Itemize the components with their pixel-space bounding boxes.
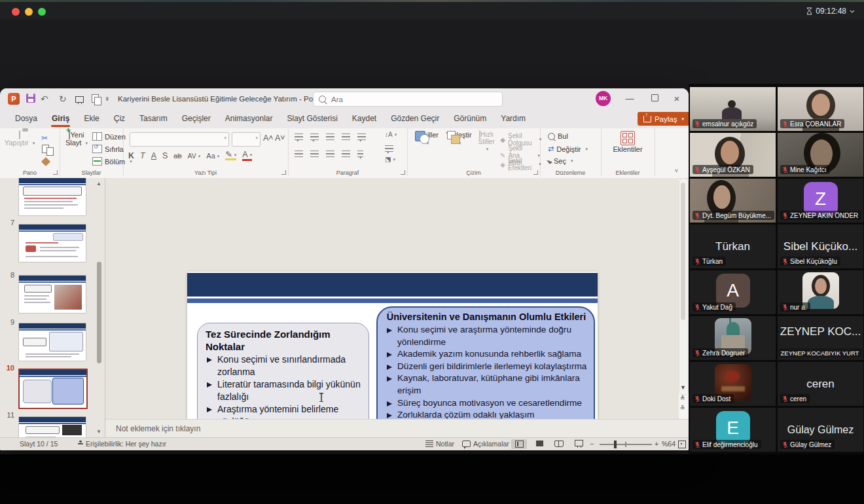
align-right-icon[interactable]	[326, 151, 334, 157]
grow-font-button[interactable]: A˄	[263, 134, 274, 143]
thumbnail-slide-11[interactable]	[18, 416, 86, 437]
maximize-traffic-light[interactable]	[38, 8, 46, 16]
shrink-font-button[interactable]: A˅	[275, 134, 285, 143]
participant-tile-zeynep-akin-onder[interactable]: Z ZEYNEP AKIN ÖNDER	[778, 179, 863, 223]
drawing-dialog-launcher[interactable]	[533, 170, 538, 175]
slide-sorter-view-button[interactable]	[531, 439, 547, 449]
strikethrough-button[interactable]: ab	[173, 152, 181, 160]
next-slide-icon[interactable]: ≚	[680, 405, 685, 411]
zoom-level[interactable]: %64	[662, 440, 675, 448]
slides-icon[interactable]	[92, 94, 99, 103]
underline-button[interactable]: A	[151, 151, 156, 160]
addins-button[interactable]: Eklentiler	[609, 131, 647, 153]
quick-styles-button[interactable]: Hızlı Stiller	[475, 131, 497, 153]
character-spacing-button[interactable]: AV	[188, 152, 201, 160]
cut-icon[interactable]	[41, 132, 48, 143]
shapes-button[interactable]: Şekiller	[412, 131, 441, 147]
reset-button[interactable]: Sıfırla	[92, 145, 124, 153]
close-traffic-light[interactable]	[12, 8, 20, 16]
clipboard-dialog-launcher[interactable]	[53, 170, 58, 175]
tab-gorunum[interactable]: Görünüm	[446, 109, 494, 128]
minimize-traffic-light[interactable]	[25, 8, 33, 16]
italic-button[interactable]: T	[140, 151, 145, 160]
thumbnail-slide-6[interactable]	[18, 178, 86, 216]
fit-to-window-icon[interactable]	[678, 441, 686, 448]
align-left-icon[interactable]	[295, 151, 303, 157]
comments-toggle[interactable]: Açıklamalar	[462, 440, 509, 448]
notes-pane[interactable]: Not eklemek için tıklayın	[105, 419, 689, 438]
slideshow-view-button[interactable]	[571, 439, 586, 449]
tab-kaydet[interactable]: Kaydet	[345, 109, 384, 128]
participant-tile-gulay[interactable]: Gülay Gülmez Gülay Gülmez	[778, 408, 863, 452]
previous-slide-icon[interactable]: ≜	[680, 395, 685, 401]
thumbnail-slide-7[interactable]	[18, 224, 86, 262]
participant-tile-begum[interactable]: Dyt. Begüm Büyükme...	[690, 179, 776, 223]
undo-icon[interactable]: ↶	[41, 88, 48, 109]
justify-icon[interactable]	[342, 151, 350, 157]
font-dialog-launcher[interactable]	[281, 170, 286, 175]
tab-giris[interactable]: Giriş	[45, 109, 77, 128]
paste-button[interactable]: Yapıştır	[4, 131, 35, 147]
participant-tile-aysegul[interactable]: Ayşegül ÖZKAN	[690, 133, 776, 177]
save-icon[interactable]	[26, 94, 35, 103]
collapse-ribbon-icon[interactable]: ˅	[675, 168, 678, 174]
replace-button[interactable]: Değiştir	[548, 145, 588, 153]
zoom-in-button[interactable]: +	[655, 440, 658, 448]
thumbnails-scroll-up-icon[interactable]: ▲	[96, 181, 101, 187]
tab-slayt-gosterisi[interactable]: Slayt Gösterisi	[279, 109, 344, 128]
align-text-icon[interactable]	[385, 145, 393, 152]
thumbnail-slide-8[interactable]	[18, 275, 86, 314]
participant-tile-sibel[interactable]: Sibel Küçüko... Sibel Küçükoğlu	[778, 225, 863, 268]
columns-icon[interactable]	[357, 151, 363, 157]
bullets-icon[interactable]	[295, 134, 303, 140]
tab-dosya[interactable]: Dosya	[8, 109, 45, 128]
format-painter-icon[interactable]	[41, 157, 50, 166]
quick-access-customize-icon[interactable]: ⇟	[105, 88, 110, 109]
notes-toggle[interactable]: Notlar	[425, 440, 454, 448]
tab-yardim[interactable]: Yardım	[494, 109, 533, 128]
scroll-down-icon[interactable]: ▼	[680, 384, 686, 391]
new-slide-button[interactable]: Yeni Slayt	[63, 131, 90, 147]
tab-animasyonlar[interactable]: Animasyonlar	[218, 109, 280, 128]
increase-indent-icon[interactable]	[342, 134, 350, 140]
align-center-icon[interactable]	[310, 151, 319, 157]
paragraph-dialog-launcher[interactable]	[401, 170, 405, 175]
participant-tile-yakut[interactable]: A Yakut Dağ	[690, 270, 776, 314]
accessibility-status[interactable]: Erişilebilirlik: Her şey hazır	[77, 440, 166, 448]
zoom-slider-thumb[interactable]	[614, 441, 617, 448]
numbering-icon[interactable]	[310, 134, 319, 140]
participant-tile-ceren[interactable]: ceren ceren	[778, 362, 863, 406]
close-window-button[interactable]: ×	[665, 88, 689, 109]
find-button[interactable]: Bul	[548, 132, 568, 140]
participant-tile-zeynep-kocabiyik[interactable]: ZEYNEP KOC... ZEYNEP KOCABIYIK YURT	[778, 316, 863, 360]
copy-icon[interactable]	[42, 145, 49, 153]
thumbnail-slide-9[interactable]	[18, 323, 86, 361]
text-direction-icon[interactable]: ↕A	[385, 131, 397, 138]
participant-tile-elif[interactable]: E Elif değirmencioğlu	[690, 408, 776, 452]
tab-gozden-gecir[interactable]: Gözden Geçir	[384, 109, 446, 128]
vertical-scrollbar[interactable]	[679, 178, 689, 395]
tab-tasarim[interactable]: Tasarım	[132, 109, 175, 128]
line-spacing-icon[interactable]	[357, 134, 366, 140]
text-shadow-button[interactable]: S	[162, 151, 168, 160]
menubar-clock-area[interactable]: 09:12:48	[806, 7, 855, 16]
start-slideshow-icon[interactable]	[75, 96, 84, 103]
participant-tile-turkan[interactable]: Türkan Türkan	[690, 225, 776, 268]
share-button[interactable]: Paylaş	[638, 112, 689, 126]
font-color-button[interactable]: A	[242, 151, 252, 161]
font-size-select[interactable]	[232, 132, 261, 147]
tab-ciz[interactable]: Çiz	[107, 109, 132, 128]
thumbnails-scroll-down-icon[interactable]: ▼	[96, 429, 101, 435]
tab-gecisler[interactable]: Geçişler	[175, 109, 218, 128]
change-case-button[interactable]: Aa	[206, 152, 219, 160]
select-button[interactable]: Seç	[548, 157, 573, 165]
zoom-out-button[interactable]: −	[590, 440, 594, 448]
normal-view-button[interactable]	[511, 439, 527, 449]
highlight-button[interactable]: ✎	[225, 151, 236, 160]
scrollbar-thumb[interactable]	[681, 183, 685, 320]
decrease-indent-icon[interactable]	[326, 134, 334, 140]
participant-tile-emsalnur[interactable]: emsalnur açıkgöz	[690, 87, 776, 131]
participant-tile-esra[interactable]: Esra ÇOBANLAR	[778, 87, 863, 131]
participant-tile-doki[interactable]: Doki Dost	[690, 362, 776, 406]
search-box[interactable]	[313, 92, 503, 107]
